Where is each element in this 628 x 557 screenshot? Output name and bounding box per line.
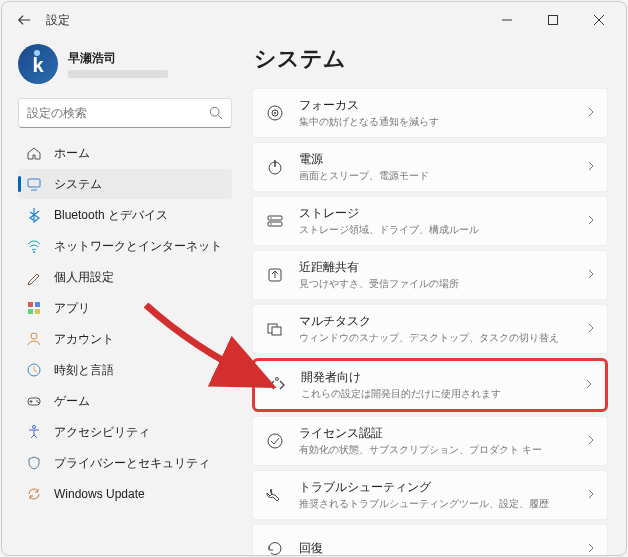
sidebar-item-time[interactable]: 時刻と言語 (18, 355, 232, 385)
minimize-button[interactable] (484, 4, 530, 36)
activation-icon (265, 431, 285, 451)
setting-item-share[interactable]: 近距離共有 見つけやすさ、受信ファイルの場所 (252, 250, 608, 300)
setting-item-developer[interactable]: 開発者向け これらの設定は開発目的だけに使用されます (252, 358, 608, 412)
svg-point-26 (268, 434, 282, 448)
sidebar-item-accessibility[interactable]: アクセシビリティ (18, 417, 232, 447)
main-content: システム フォーカス 集中の妨げとなる通知を減らす 電源 画面とスリープ、電源モ… (242, 38, 626, 555)
titlebar: 設定 (2, 2, 626, 38)
setting-subtitle: これらの設定は開発目的だけに使用されます (301, 387, 569, 401)
setting-text: ストレージ ストレージ領域、ドライブ、構成ルール (299, 205, 571, 237)
chevron-right-icon (585, 266, 597, 284)
sidebar-item-apps[interactable]: アプリ (18, 293, 232, 323)
setting-subtitle: ウィンドウのスナップ、デスクトップ、タスクの切り替え (299, 331, 571, 345)
svg-rect-5 (35, 302, 40, 307)
setting-title: 電源 (299, 151, 571, 168)
sidebar-item-bluetooth[interactable]: Bluetooth とデバイス (18, 200, 232, 230)
setting-title: ストレージ (299, 205, 571, 222)
setting-text: 電源 画面とスリープ、電源モード (299, 151, 571, 183)
svg-point-25 (276, 378, 279, 381)
troubleshoot-icon (265, 485, 285, 505)
sidebar-item-privacy[interactable]: プライバシーとセキュリティ (18, 448, 232, 478)
body: k 早瀬浩司 ホームシステムBluetooth とデバイスネットワークとインター… (2, 38, 626, 555)
svg-rect-4 (28, 302, 33, 307)
profile-email-placeholder (68, 70, 168, 78)
svg-rect-6 (28, 309, 33, 314)
search-input[interactable] (27, 106, 209, 120)
setting-text: 近距離共有 見つけやすさ、受信ファイルの場所 (299, 259, 571, 291)
chevron-right-icon (585, 158, 597, 176)
setting-text: 開発者向け これらの設定は開発目的だけに使用されます (301, 369, 569, 401)
back-button[interactable] (6, 2, 42, 38)
setting-text: マルチタスク ウィンドウのスナップ、デスクトップ、タスクの切り替え (299, 313, 571, 345)
setting-title: マルチタスク (299, 313, 571, 330)
svg-point-20 (270, 217, 271, 218)
sidebar-item-network[interactable]: ネットワークとインターネット (18, 231, 232, 261)
svg-rect-7 (35, 309, 40, 314)
privacy-icon (26, 455, 42, 471)
setting-title: フォーカス (299, 97, 571, 114)
setting-text: フォーカス 集中の妨げとなる通知を減らす (299, 97, 571, 129)
sidebar-item-personalize[interactable]: 個人用設定 (18, 262, 232, 292)
developer-icon (267, 375, 287, 395)
system-icon (26, 176, 42, 192)
chevron-right-icon (585, 432, 597, 450)
setting-subtitle: 推奨されるトラブルシューティングツール、設定、履歴 (299, 497, 571, 511)
svg-rect-0 (549, 16, 558, 25)
power-icon (265, 157, 285, 177)
minimize-icon (502, 15, 512, 25)
sidebar-item-label: ホーム (54, 145, 90, 162)
settings-list: フォーカス 集中の妨げとなる通知を減らす 電源 画面とスリープ、電源モード スト… (252, 88, 608, 555)
setting-subtitle: 集中の妨げとなる通知を減らす (299, 115, 571, 129)
multitask-icon (265, 319, 285, 339)
setting-item-troubleshoot[interactable]: トラブルシューティング 推奨されるトラブルシューティングツール、設定、履歴 (252, 470, 608, 520)
setting-subtitle: 有効化の状態、サブスクリプション、プロダクト キー (299, 443, 571, 457)
bluetooth-icon (26, 207, 42, 223)
svg-point-12 (38, 402, 40, 404)
profile-section[interactable]: k 早瀬浩司 (18, 40, 232, 94)
setting-title: 開発者向け (301, 369, 569, 386)
window-controls (484, 4, 622, 36)
setting-item-multitask[interactable]: マルチタスク ウィンドウのスナップ、デスクトップ、タスクの切り替え (252, 304, 608, 354)
chevron-right-icon (583, 376, 595, 394)
setting-title: 回復 (299, 540, 571, 555)
nav-list: ホームシステムBluetooth とデバイスネットワークとインターネット個人用設… (18, 138, 232, 509)
search-box[interactable] (18, 98, 232, 128)
search-icon (209, 106, 223, 120)
sidebar-item-update[interactable]: Windows Update (18, 479, 232, 509)
sidebar-item-home[interactable]: ホーム (18, 138, 232, 168)
chevron-right-icon (585, 320, 597, 338)
setting-item-power[interactable]: 電源 画面とスリープ、電源モード (252, 142, 608, 192)
setting-text: 回復 (299, 540, 571, 555)
svg-rect-2 (28, 179, 40, 187)
settings-window: 設定 k 早瀬浩司 ホームシステムBluetooth とデバイスネットワークとイ… (1, 1, 627, 556)
svg-point-13 (33, 426, 36, 429)
setting-item-storage[interactable]: ストレージ ストレージ領域、ドライブ、構成ルール (252, 196, 608, 246)
svg-point-21 (270, 223, 271, 224)
close-button[interactable] (576, 4, 622, 36)
sidebar: k 早瀬浩司 ホームシステムBluetooth とデバイスネットワークとインター… (2, 38, 242, 555)
avatar: k (18, 44, 58, 84)
chevron-right-icon (585, 104, 597, 122)
time-icon (26, 362, 42, 378)
personalize-icon (26, 269, 42, 285)
setting-item-activation[interactable]: ライセンス認証 有効化の状態、サブスクリプション、プロダクト キー (252, 416, 608, 466)
share-icon (265, 265, 285, 285)
sidebar-item-label: Bluetooth とデバイス (54, 207, 168, 224)
sidebar-item-account[interactable]: アカウント (18, 324, 232, 354)
maximize-button[interactable] (530, 4, 576, 36)
sidebar-item-label: システム (54, 176, 102, 193)
sidebar-item-system[interactable]: システム (18, 169, 232, 199)
game-icon (26, 393, 42, 409)
account-icon (26, 331, 42, 347)
sidebar-item-label: アカウント (54, 331, 114, 348)
setting-item-recovery[interactable]: 回復 (252, 524, 608, 555)
home-icon (26, 145, 42, 161)
setting-title: 近距離共有 (299, 259, 571, 276)
window-title: 設定 (46, 12, 484, 29)
sidebar-item-label: ネットワークとインターネット (54, 238, 222, 255)
setting-item-focus[interactable]: フォーカス 集中の妨げとなる通知を減らす (252, 88, 608, 138)
sidebar-item-game[interactable]: ゲーム (18, 386, 232, 416)
storage-icon (265, 211, 285, 231)
setting-subtitle: 見つけやすさ、受信ファイルの場所 (299, 277, 571, 291)
sidebar-item-label: アクセシビリティ (54, 424, 150, 441)
